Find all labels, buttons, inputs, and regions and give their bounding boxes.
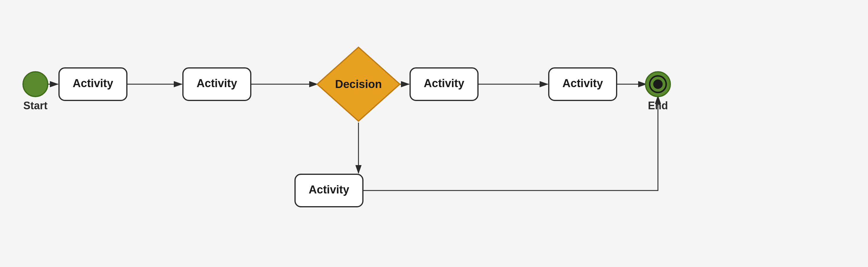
end-node-dot [653, 80, 663, 89]
activity5-label: Activity [309, 183, 349, 196]
activity4-label: Activity [562, 77, 603, 89]
activity1-label: Activity [72, 77, 113, 89]
arrow-activity5-end [363, 96, 658, 190]
start-node [23, 72, 48, 96]
diagram-canvas: Start Activity Activity Decision Activit… [0, 0, 868, 267]
start-label: Start [23, 99, 48, 112]
decision-label: Decision [335, 78, 382, 90]
activity2-label: Activity [196, 77, 237, 89]
end-label: End [648, 99, 668, 112]
activity3-label: Activity [424, 77, 464, 89]
diagram-svg: Start Activity Activity Decision Activit… [0, 0, 868, 267]
